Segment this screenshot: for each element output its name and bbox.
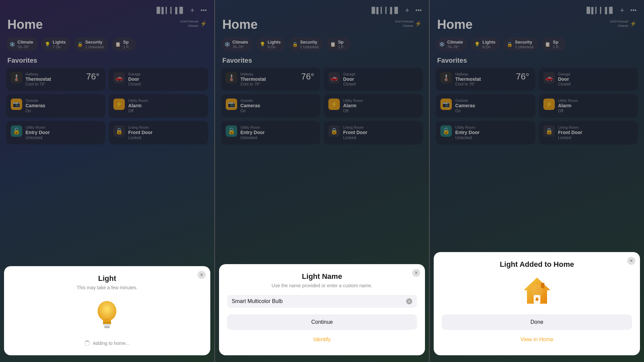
sp-chip-sub: 1 P... bbox=[123, 45, 131, 49]
chip-security[interactable]: 🔒 Security 1 Unlocked bbox=[289, 37, 323, 51]
more-icon[interactable]: ••• bbox=[415, 7, 422, 14]
name-input-wrap: ✕ bbox=[227, 295, 417, 308]
tile-alarm[interactable]: ⚡ Utility Room Alarm Off bbox=[539, 94, 638, 118]
alarm-icon: ⚡ bbox=[543, 99, 555, 110]
input-clear-button[interactable]: ✕ bbox=[406, 298, 412, 304]
thermostat-temp-wrap: 76° bbox=[516, 72, 530, 81]
add-icon[interactable]: + bbox=[620, 6, 624, 15]
tile-cameras[interactable]: 📷 Outside Cameras On bbox=[221, 94, 320, 118]
climate-chip-icon: ❄️ bbox=[224, 42, 230, 47]
sp-chip-sub: 1 P... bbox=[553, 45, 561, 49]
identify-button[interactable]: Identify bbox=[227, 333, 417, 346]
alarm-name: Alarm bbox=[558, 103, 578, 109]
climate-chip-sub: 76–78° bbox=[17, 45, 33, 49]
climate-chip-icon: ❄️ bbox=[9, 42, 15, 47]
garage-status: Closed bbox=[128, 82, 141, 86]
lights-chip-label: Lights bbox=[53, 40, 66, 45]
title-row: Home Grid ForecastCleaner ⚡ bbox=[430, 17, 644, 35]
panel-3: ▊▌▎▎▌▊ + ••• Home Grid ForecastCleaner ⚡… bbox=[429, 0, 644, 362]
tile-thermostat[interactable]: 🌡️ Hallway Thermostat Cool to 76° 76° bbox=[221, 68, 320, 91]
modal-close-button[interactable]: ✕ bbox=[412, 269, 420, 277]
tile-entrydoor[interactable]: 🔓 Utility Room Entry Door Unlocked bbox=[6, 121, 105, 144]
view-home-button[interactable]: View in Home bbox=[442, 333, 632, 346]
favorites-label: Favorites bbox=[215, 55, 429, 68]
thermostat-room: Hallway bbox=[240, 72, 266, 76]
frontdoor-info: Living Room Front Door Locked bbox=[343, 125, 367, 140]
chip-security[interactable]: 🔒 Security 1 Unlocked bbox=[503, 37, 538, 51]
tile-alarm[interactable]: ⚡ Utility Room Alarm Off bbox=[109, 94, 208, 118]
chip-security[interactable]: 🔒 Security 1 Unlocked bbox=[74, 37, 108, 51]
sp-chip-label: Sp bbox=[553, 40, 561, 45]
chip-climate[interactable]: ❄️ Climate 76–78° bbox=[436, 37, 468, 51]
garage-info: Garage Door Closed bbox=[558, 72, 571, 87]
tile-entrydoor[interactable]: 🔓 Utility Room Entry Door Unlocked bbox=[436, 121, 535, 144]
loading-spinner bbox=[85, 341, 90, 346]
chip-climate[interactable]: ❄️ Climate 76–78° bbox=[221, 37, 253, 51]
tile-frontdoor[interactable]: 🔒 Living Room Front Door Locked bbox=[109, 121, 208, 144]
chip-lights[interactable]: 💡 Lights 7 On bbox=[41, 37, 70, 51]
tile-cameras[interactable]: 📷 Outside Cameras On bbox=[6, 94, 105, 118]
continue-button[interactable]: Continue bbox=[227, 314, 417, 330]
tile-thermostat[interactable]: 🌡️ Hallway Thermostat Cool to 76° 76° bbox=[6, 68, 105, 91]
cameras-room: Outside bbox=[240, 99, 260, 103]
garage-icon: 🚗 bbox=[113, 72, 125, 83]
tile-cameras[interactable]: 📷 Outside Cameras On bbox=[436, 94, 535, 118]
modal-card: ✕ Light This may take a few minutes. Add… bbox=[4, 266, 210, 355]
modal-close-button[interactable]: ✕ bbox=[627, 257, 635, 265]
tile-thermostat[interactable]: 🌡️ Hallway Thermostat Cool to 76° 76° bbox=[436, 68, 535, 91]
thermostat-name: Thermostat bbox=[455, 76, 481, 82]
chip-lights[interactable]: 💡 Lights 8 On bbox=[256, 37, 285, 51]
category-row: ❄️ Climate 76–78° 💡 Lights 8 On 🔒 Securi… bbox=[215, 35, 429, 55]
bulb-icon bbox=[12, 297, 202, 334]
lights-chip-icon: 💡 bbox=[45, 42, 50, 47]
alarm-icon: ⚡ bbox=[328, 99, 340, 110]
tiles-grid: 🌡️ Hallway Thermostat Cool to 76° 76° 🚗 … bbox=[430, 68, 644, 144]
lights-chip-icon: 💡 bbox=[474, 42, 480, 47]
entrydoor-name: Entry Door bbox=[240, 130, 265, 135]
cameras-status: On bbox=[25, 109, 45, 113]
svg-point-10 bbox=[531, 285, 543, 297]
chip-sp[interactable]: 📋 Sp 1 P... bbox=[112, 37, 136, 51]
tile-frontdoor[interactable]: 🔒 Living Room Front Door Locked bbox=[539, 121, 638, 144]
add-icon[interactable]: + bbox=[190, 6, 195, 15]
tile-frontdoor[interactable]: 🔒 Living Room Front Door Locked bbox=[324, 121, 423, 144]
more-icon[interactable]: ••• bbox=[201, 7, 207, 14]
chip-lights[interactable]: 💡 Lights 8 On bbox=[471, 37, 500, 51]
entrydoor-info: Utility Room Entry Door Unlocked bbox=[240, 125, 265, 140]
thermostat-room: Hallway bbox=[455, 72, 481, 76]
waveform-icon: ▊▌▎▎▌▊ bbox=[587, 7, 614, 14]
tile-entrydoor[interactable]: 🔓 Utility Room Entry Door Unlocked bbox=[221, 121, 320, 144]
thermostat-status: Cool to 76° bbox=[25, 82, 51, 86]
modal-close-button[interactable]: ✕ bbox=[198, 271, 206, 279]
grid-forecast: Grid ForecastCleaner ⚡ bbox=[610, 19, 637, 28]
more-icon[interactable]: ••• bbox=[630, 7, 637, 14]
favorites-label: Favorites bbox=[430, 55, 644, 68]
chip-sp[interactable]: 📋 Sp 1 P... bbox=[541, 37, 566, 51]
climate-chip-icon: ❄️ bbox=[439, 42, 445, 47]
chip-sp[interactable]: 📋 Sp 1 P... bbox=[327, 37, 351, 51]
done-button[interactable]: Done bbox=[442, 314, 632, 330]
tile-garage[interactable]: 🚗 Garage Door Closed bbox=[539, 68, 638, 91]
grid-forecast-label: Grid ForecastCleaner bbox=[180, 19, 199, 28]
chip-climate[interactable]: ❄️ Climate 76–78° bbox=[6, 37, 38, 51]
tile-garage[interactable]: 🚗 Garage Door Closed bbox=[324, 68, 423, 91]
thermostat-icon: 🌡️ bbox=[440, 72, 452, 83]
alarm-room: Utility Room bbox=[128, 99, 148, 103]
modal-area: ✕ Light Name Use the name provided or en… bbox=[215, 264, 429, 362]
alarm-icon: ⚡ bbox=[113, 99, 125, 110]
modal-subtitle: This may take a few minutes. bbox=[12, 285, 202, 290]
tile-garage[interactable]: 🚗 Garage Door Closed bbox=[109, 68, 208, 91]
entrydoor-icon: 🔓 bbox=[440, 125, 452, 137]
security-chip-sub: 1 Unlocked bbox=[515, 45, 533, 49]
lights-chip-sub: 8 On bbox=[268, 45, 281, 49]
security-chip-icon: 🔒 bbox=[507, 42, 513, 47]
light-name-input[interactable] bbox=[232, 298, 407, 304]
alarm-info: Utility Room Alarm Off bbox=[128, 99, 148, 113]
top-bar: ▊▌▎▎▌▊ + ••• bbox=[215, 0, 429, 17]
add-icon[interactable]: + bbox=[405, 6, 410, 15]
sp-chip-icon: 📋 bbox=[330, 42, 336, 47]
thermostat-info: Hallway Thermostat Cool to 76° bbox=[240, 72, 266, 87]
tile-alarm[interactable]: ⚡ Utility Room Alarm Off bbox=[324, 94, 423, 118]
waveform-icon: ▊▌▎▎▌▊ bbox=[372, 7, 399, 14]
modal-card: ✕ Light Added to Home Done View in Home bbox=[434, 252, 640, 355]
